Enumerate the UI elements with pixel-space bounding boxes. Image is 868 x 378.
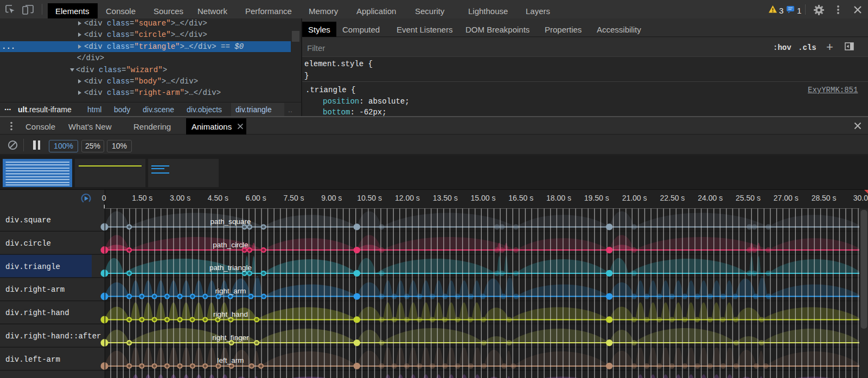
svg-text:22.50 s: 22.50 s bbox=[660, 194, 685, 202]
svg-text:div.circle: div.circle bbox=[5, 239, 51, 248]
svg-text:right_hand: right_hand bbox=[213, 310, 248, 318]
svg-text:21.00 s: 21.00 s bbox=[622, 194, 647, 202]
svg-text:3.00 s: 3.00 s bbox=[170, 194, 190, 202]
svg-text:div.triangle: div.triangle bbox=[5, 262, 60, 271]
svg-text:div.right-arm: div.right-arm bbox=[5, 285, 65, 294]
svg-text:10.50 s: 10.50 s bbox=[357, 194, 382, 202]
svg-text:7.50 s: 7.50 s bbox=[283, 194, 304, 202]
svg-text:28.50 s: 28.50 s bbox=[812, 194, 837, 202]
svg-text:18.00 s: 18.00 s bbox=[546, 194, 571, 202]
svg-text:1.50 s: 1.50 s bbox=[132, 194, 152, 202]
svg-text:div.right-hand: div.right-hand bbox=[5, 309, 69, 317]
svg-text:div.right-hand::after: div.right-hand::after bbox=[5, 332, 101, 341]
svg-text:12.00 s: 12.00 s bbox=[395, 194, 420, 202]
svg-text:19.50 s: 19.50 s bbox=[584, 194, 609, 202]
svg-text:left_arm: left_arm bbox=[218, 356, 244, 364]
svg-text:4.50 s: 4.50 s bbox=[208, 194, 228, 202]
svg-text:25.50 s: 25.50 s bbox=[736, 194, 761, 202]
svg-text:right_arm: right_arm bbox=[215, 287, 246, 295]
svg-text:div.left-arm: div.left-arm bbox=[5, 355, 60, 364]
svg-text:15.00 s: 15.00 s bbox=[471, 194, 496, 202]
svg-text:27.00 s: 27.00 s bbox=[774, 194, 799, 202]
svg-text:16.50 s: 16.50 s bbox=[508, 194, 533, 202]
svg-text:div.square: div.square bbox=[5, 216, 51, 225]
svg-text:9.00 s: 9.00 s bbox=[321, 194, 342, 202]
svg-text:30.0: 30.0 bbox=[853, 194, 868, 202]
svg-text:path_triangle: path_triangle bbox=[209, 264, 252, 272]
svg-text:24.00 s: 24.00 s bbox=[698, 194, 723, 202]
svg-text:13.50 s: 13.50 s bbox=[433, 194, 458, 202]
svg-text:path_square: path_square bbox=[210, 217, 251, 226]
svg-text:path_circle: path_circle bbox=[213, 241, 248, 249]
svg-text:right_finger: right_finger bbox=[212, 334, 249, 342]
svg-text:6.00 s: 6.00 s bbox=[246, 194, 266, 202]
svg-text:0: 0 bbox=[102, 194, 106, 202]
